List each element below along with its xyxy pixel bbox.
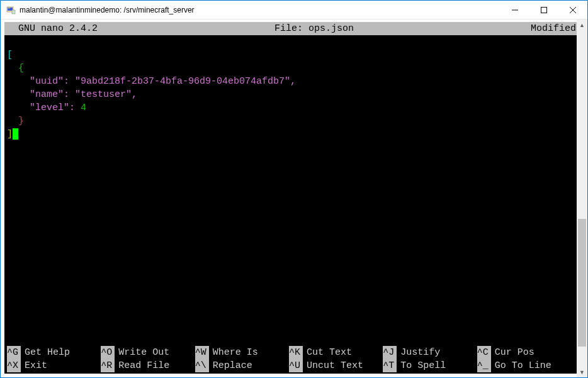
scroll-track[interactable] bbox=[577, 30, 587, 367]
nano-modified-flag: Modified bbox=[531, 22, 581, 35]
footer-row: ^XExit^RRead File^\Replace^UUncut Text^T… bbox=[7, 359, 571, 372]
shortcut-key: ^R bbox=[101, 359, 115, 372]
terminal[interactable]: GNU nano 2.4.2 File: ops.json Modified [… bbox=[4, 22, 584, 374]
minimize-button[interactable] bbox=[500, 1, 529, 19]
editor-content[interactable]: [ { "uuid": "9abd218f-2b37-4bfa-96d9-04e… bbox=[4, 35, 584, 141]
shortcut-label: Write Out bbox=[118, 346, 169, 359]
shortcut-label: Replace bbox=[213, 359, 252, 372]
shortcut-key: ^U bbox=[289, 359, 303, 372]
shortcut-label: Cur Pos bbox=[495, 346, 534, 359]
shortcut-item: ^KCut Text bbox=[289, 346, 383, 359]
shortcut-label: Read File bbox=[118, 359, 169, 372]
svg-rect-2 bbox=[12, 10, 15, 14]
editor-line: "uuid": "9abd218f-2b37-4bfa-96d9-04eb074… bbox=[7, 75, 581, 88]
shortcut-item: ^JJustify bbox=[383, 346, 477, 359]
scroll-down-icon[interactable]: ▼ bbox=[577, 367, 587, 377]
text-cursor bbox=[13, 128, 18, 140]
shortcut-key: ^T bbox=[383, 359, 397, 372]
shortcut-item: ^OWrite Out bbox=[101, 346, 195, 359]
shortcut-label: Uncut Text bbox=[307, 359, 363, 372]
vertical-scrollbar[interactable]: ▲ ▼ bbox=[577, 19, 587, 377]
putty-icon bbox=[6, 5, 16, 15]
scroll-up-icon[interactable]: ▲ bbox=[577, 19, 587, 30]
maximize-button[interactable] bbox=[529, 1, 558, 19]
editor-line: "level": 4 bbox=[7, 101, 581, 114]
shortcut-item: ^GGet Help bbox=[7, 346, 101, 359]
window-controls bbox=[500, 1, 587, 19]
editor-line: ] bbox=[7, 128, 581, 141]
window-title: malantin@malantinminedemo: /srv/minecraf… bbox=[20, 6, 500, 14]
editor-line: { bbox=[7, 62, 581, 75]
editor-line: [ bbox=[7, 48, 581, 62]
shortcut-key: ^\ bbox=[195, 359, 209, 372]
shortcut-label: Get Help bbox=[25, 346, 70, 359]
nano-header: GNU nano 2.4.2 File: ops.json Modified bbox=[4, 22, 584, 35]
shortcut-item: ^XExit bbox=[7, 359, 101, 372]
shortcut-item: ^WWhere Is bbox=[195, 346, 289, 359]
shortcut-key: ^K bbox=[289, 346, 303, 359]
shortcut-item: ^UUncut Text bbox=[289, 359, 383, 372]
shortcut-key: ^O bbox=[101, 346, 115, 359]
shortcut-key: ^J bbox=[383, 346, 397, 359]
shortcut-key: ^_ bbox=[477, 359, 491, 372]
shortcut-item: ^_Go To Line bbox=[477, 359, 571, 372]
close-button[interactable] bbox=[558, 1, 587, 19]
scroll-thumb[interactable] bbox=[578, 219, 586, 347]
shortcut-item: ^\Replace bbox=[195, 359, 289, 372]
editor-line: } bbox=[7, 114, 581, 128]
footer-row: ^GGet Help^OWrite Out^WWhere Is^KCut Tex… bbox=[7, 346, 571, 359]
nano-file-label: File: ops.json bbox=[274, 22, 354, 35]
nano-footer: ^GGet Help^OWrite Out^WWhere Is^KCut Tex… bbox=[4, 346, 574, 374]
shortcut-key: ^W bbox=[195, 346, 209, 359]
shortcut-item: ^TTo Spell bbox=[383, 359, 477, 372]
shortcut-key: ^C bbox=[477, 346, 491, 359]
shortcut-label: Justify bbox=[400, 346, 440, 359]
shortcut-item: ^RRead File bbox=[101, 359, 195, 372]
shortcut-label: Where Is bbox=[213, 346, 258, 359]
shortcut-label: Go To Line bbox=[495, 359, 551, 372]
svg-rect-5 bbox=[541, 7, 547, 13]
window-titlebar: malantin@malantinminedemo: /srv/minecraf… bbox=[1, 1, 587, 19]
shortcut-label: Cut Text bbox=[307, 346, 352, 359]
shortcut-item: ^CCur Pos bbox=[477, 346, 571, 359]
shortcut-label: To Spell bbox=[400, 359, 446, 372]
nano-app-name: GNU nano 2.4.2 bbox=[7, 22, 98, 35]
shortcut-key: ^G bbox=[7, 346, 21, 359]
shortcut-label: Exit bbox=[25, 359, 47, 372]
shortcut-key: ^X bbox=[7, 359, 21, 372]
editor-line: "name": "testuser", bbox=[7, 88, 581, 101]
